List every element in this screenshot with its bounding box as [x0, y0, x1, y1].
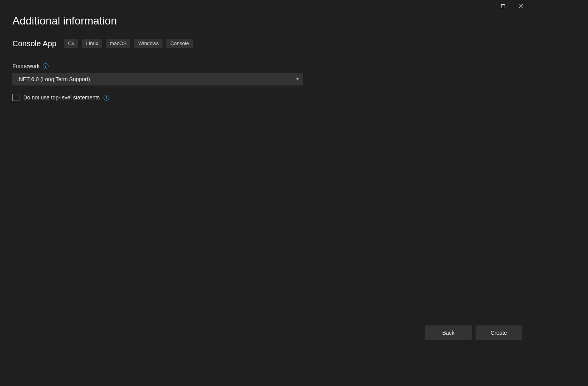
template-tag: Linux: [82, 39, 102, 48]
create-button[interactable]: Create: [476, 325, 522, 340]
close-icon: [519, 4, 523, 9]
maximize-icon: [501, 4, 505, 8]
template-tag: C#: [64, 39, 78, 48]
framework-label: Framework: [12, 63, 40, 69]
template-row: Console App C# Linux macOS Windows Conso…: [12, 39, 517, 48]
template-tag: Console: [166, 39, 193, 48]
info-icon[interactable]: [104, 95, 109, 101]
top-level-statements-row: Do not use top-level statements: [12, 94, 517, 101]
chevron-down-icon: [296, 78, 299, 80]
framework-selected-value: .NET 6.0 (Long Term Support): [17, 76, 90, 82]
info-icon[interactable]: [43, 63, 48, 69]
dialog-window: Additional information Console App C# Li…: [0, 0, 530, 348]
template-tags: C# Linux macOS Windows Console: [64, 39, 193, 48]
top-level-statements-label: Do not use top-level statements: [23, 94, 100, 101]
framework-dropdown[interactable]: .NET 6.0 (Long Term Support): [12, 73, 303, 85]
page-title: Additional information: [12, 15, 517, 27]
footer-bar: Back Create: [425, 325, 522, 340]
maximize-button[interactable]: [494, 0, 512, 12]
template-tag: Windows: [134, 39, 163, 48]
close-button[interactable]: [512, 0, 530, 12]
framework-label-row: Framework: [12, 63, 517, 69]
back-button[interactable]: Back: [425, 325, 472, 340]
template-name: Console App: [12, 39, 56, 48]
template-tag: macOS: [106, 39, 130, 48]
top-level-statements-checkbox[interactable]: [12, 94, 19, 101]
titlebar: [494, 0, 530, 12]
content-area: Additional information Console App C# Li…: [12, 15, 517, 317]
